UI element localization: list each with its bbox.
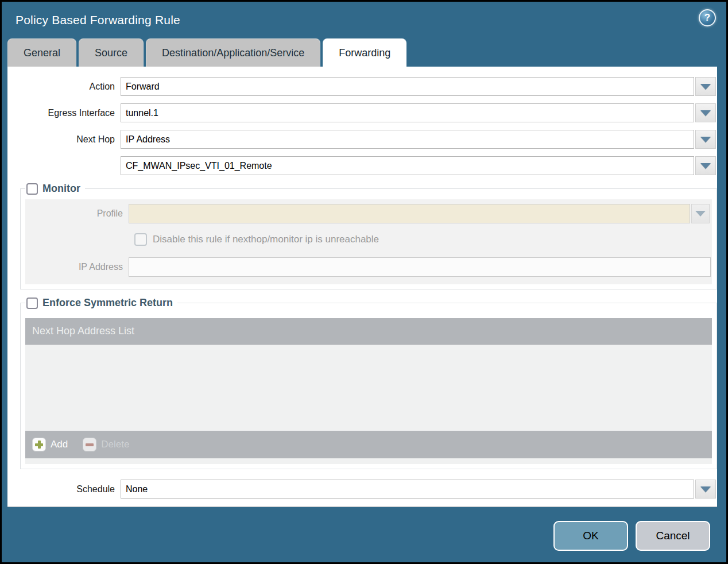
action-label: Action <box>7 82 121 92</box>
monitor-group: Monitor Profile Disable this rule if nex… <box>20 183 717 289</box>
disable-rule-row: Disable this rule if nexthop/monitor ip … <box>134 231 712 248</box>
delete-button-label: Delete <box>101 439 129 450</box>
chevron-down-icon <box>695 211 706 217</box>
egress-interface-dropdown-button[interactable] <box>695 103 716 122</box>
schedule-select[interactable]: None <box>121 480 694 499</box>
action-value: Forward <box>126 82 160 92</box>
chevron-down-icon <box>700 137 711 142</box>
next-hop-select[interactable]: IP Address <box>121 130 694 149</box>
ok-button[interactable]: OK <box>553 521 628 551</box>
next-hop-address-list-toolbar: Add Delete <box>25 431 712 458</box>
next-hop-dropdown-button[interactable] <box>695 130 716 149</box>
action-select[interactable]: Forward <box>121 77 694 96</box>
add-button-label: Add <box>51 439 68 450</box>
tab-destination-application-service[interactable]: Destination/Application/Service <box>146 38 320 67</box>
egress-interface-select[interactable]: tunnel.1 <box>121 103 694 122</box>
delete-minus-icon <box>83 438 96 451</box>
action-row: Action Forward <box>7 77 717 96</box>
tab-forwarding[interactable]: Forwarding <box>323 38 406 67</box>
delete-button: Delete <box>83 438 129 451</box>
chevron-down-icon <box>700 84 711 90</box>
disable-rule-label: Disable this rule if nexthop/monitor ip … <box>153 234 379 245</box>
monitor-checkbox[interactable] <box>26 183 38 195</box>
table-bottom-strip <box>25 458 712 464</box>
dialog-footer: OK Cancel <box>2 507 726 562</box>
schedule-value: None <box>126 484 148 495</box>
schedule-dropdown-button[interactable] <box>695 480 716 499</box>
policy-forwarding-dialog: Policy Based Forwarding Rule ? General S… <box>0 0 728 564</box>
cancel-button[interactable]: Cancel <box>636 521 710 551</box>
profile-label: Profile <box>25 208 129 219</box>
egress-interface-row: Egress Interface tunnel.1 <box>7 103 717 122</box>
symmetric-return-legend: Enforce Symmetric Return <box>25 297 177 309</box>
monitor-legend-label: Monitor <box>42 183 80 195</box>
monitor-ip-input <box>129 257 711 277</box>
schedule-label: Schedule <box>7 484 121 495</box>
monitor-body: Profile Disable this rule if nexthop/mon… <box>25 199 712 284</box>
profile-dropdown-button <box>691 204 710 223</box>
symmetric-return-legend-label: Enforce Symmetric Return <box>42 297 173 309</box>
tab-general[interactable]: General <box>7 38 76 67</box>
monitor-ip-row: IP Address <box>25 257 712 277</box>
tab-forwarding-label: Forwarding <box>339 47 390 59</box>
add-plus-icon <box>32 438 46 451</box>
next-hop-value: IP Address <box>126 134 170 145</box>
profile-row: Profile <box>25 204 712 223</box>
next-hop-label: Next Hop <box>7 134 121 145</box>
next-hop-address-select[interactable]: CF_MWAN_IPsec_VTI_01_Remote <box>121 156 694 175</box>
chevron-down-icon <box>700 110 711 116</box>
monitor-legend: Monitor <box>25 183 85 195</box>
egress-interface-value: tunnel.1 <box>126 108 158 118</box>
symmetric-return-group: Enforce Symmetric Return Next Hop Addres… <box>20 297 717 469</box>
next-hop-address-dropdown-button[interactable] <box>695 156 716 175</box>
next-hop-address-list-header: Next Hop Address List <box>25 318 712 345</box>
next-hop-address-row: CF_MWAN_IPsec_VTI_01_Remote <box>7 156 717 175</box>
next-hop-address-list-panel: Next Hop Address List Add Delete <box>25 318 712 464</box>
next-hop-address-list-body[interactable] <box>25 345 712 431</box>
tab-source-label: Source <box>95 47 127 59</box>
dialog-titlebar: Policy Based Forwarding Rule ? <box>2 2 726 38</box>
next-hop-row: Next Hop IP Address <box>7 130 717 149</box>
profile-select <box>129 204 690 223</box>
help-glyph: ? <box>704 12 710 24</box>
chevron-down-icon <box>700 163 711 169</box>
add-button[interactable]: Add <box>32 438 68 451</box>
action-dropdown-button[interactable] <box>695 77 716 96</box>
schedule-row: Schedule None <box>7 480 717 499</box>
tab-bar: General Source Destination/Application/S… <box>2 38 726 67</box>
egress-interface-label: Egress Interface <box>7 108 121 118</box>
tab-source[interactable]: Source <box>79 38 144 67</box>
next-hop-address-list-title: Next Hop Address List <box>32 325 134 337</box>
tab-general-label: General <box>24 47 60 59</box>
monitor-ip-label: IP Address <box>25 262 129 272</box>
tab-destination-label: Destination/Application/Service <box>162 47 304 59</box>
disable-rule-checkbox <box>134 233 147 246</box>
forwarding-tab-panel: Action Forward Egress Interface tunnel.1 <box>7 67 717 507</box>
symmetric-return-checkbox[interactable] <box>26 298 38 309</box>
next-hop-address-value: CF_MWAN_IPsec_VTI_01_Remote <box>126 161 272 171</box>
help-icon[interactable]: ? <box>699 9 716 26</box>
chevron-down-icon <box>700 486 711 492</box>
dialog-title: Policy Based Forwarding Rule <box>16 13 180 27</box>
